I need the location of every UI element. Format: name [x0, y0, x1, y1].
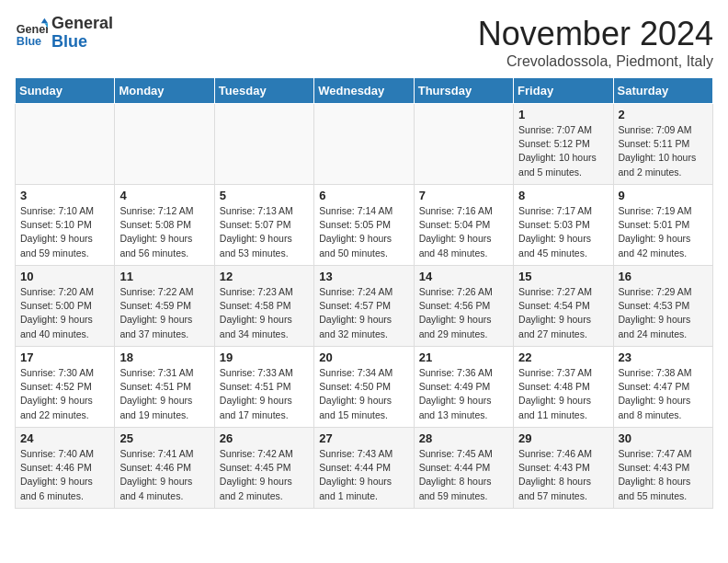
logo-text: General Blue: [51, 15, 113, 52]
day-number: 16: [619, 270, 708, 283]
calendar-cell: 20Sunrise: 7:34 AMSunset: 4:50 PMDayligh…: [314, 347, 414, 428]
day-info: Sunrise: 7:43 AMSunset: 4:44 PMDaylight:…: [319, 447, 408, 503]
calendar-cell: 2Sunrise: 7:09 AMSunset: 5:11 PMDaylight…: [613, 104, 712, 185]
day-number: 22: [518, 350, 608, 364]
logo-icon: General Blue: [15, 17, 48, 50]
calendar-cell: 14Sunrise: 7:26 AMSunset: 4:56 PMDayligh…: [414, 266, 513, 347]
logo: General Blue General Blue: [15, 15, 113, 52]
calendar-cell: 19Sunrise: 7:33 AMSunset: 4:51 PMDayligh…: [214, 347, 313, 428]
day-info: Sunrise: 7:40 AMSunset: 4:46 PMDaylight:…: [20, 447, 109, 503]
day-info: Sunrise: 7:23 AMSunset: 4:58 PMDaylight:…: [220, 285, 309, 341]
calendar-cell: 16Sunrise: 7:29 AMSunset: 4:53 PMDayligh…: [613, 266, 712, 347]
calendar-cell: 26Sunrise: 7:42 AMSunset: 4:45 PMDayligh…: [214, 428, 313, 509]
day-info: Sunrise: 7:30 AMSunset: 4:52 PMDaylight:…: [20, 366, 109, 422]
day-info: Sunrise: 7:45 AMSunset: 4:44 PMDaylight:…: [419, 447, 508, 503]
day-number: 13: [319, 270, 408, 283]
calendar-cell: [214, 104, 313, 185]
day-number: 6: [319, 189, 408, 202]
day-info: Sunrise: 7:42 AMSunset: 4:45 PMDaylight:…: [220, 447, 309, 503]
day-info: Sunrise: 7:33 AMSunset: 4:51 PMDaylight:…: [220, 366, 309, 422]
calendar-cell: [16, 104, 115, 185]
day-number: 10: [20, 270, 109, 283]
day-info: Sunrise: 7:31 AMSunset: 4:51 PMDaylight:…: [119, 366, 209, 422]
day-header-thursday: Thursday: [414, 78, 513, 104]
day-number: 20: [319, 350, 408, 364]
day-number: 25: [119, 431, 209, 445]
month-title: November 2024: [478, 15, 713, 53]
calendar-cell: 18Sunrise: 7:31 AMSunset: 4:51 PMDayligh…: [115, 347, 214, 428]
day-number: 12: [220, 270, 309, 283]
day-number: 18: [119, 350, 209, 364]
day-number: 17: [20, 350, 109, 364]
calendar-cell: 13Sunrise: 7:24 AMSunset: 4:57 PMDayligh…: [314, 266, 414, 347]
calendar-cell: 21Sunrise: 7:36 AMSunset: 4:49 PMDayligh…: [414, 347, 513, 428]
day-number: 27: [319, 431, 408, 445]
calendar-cell: 30Sunrise: 7:47 AMSunset: 4:43 PMDayligh…: [613, 428, 712, 509]
calendar-cell: 17Sunrise: 7:30 AMSunset: 4:52 PMDayligh…: [16, 347, 115, 428]
calendar-table: SundayMondayTuesdayWednesdayThursdayFrid…: [15, 77, 713, 509]
week-row-2: 3Sunrise: 7:10 AMSunset: 5:10 PMDaylight…: [16, 185, 713, 266]
days-header-row: SundayMondayTuesdayWednesdayThursdayFrid…: [16, 78, 713, 104]
calendar-cell: 25Sunrise: 7:41 AMSunset: 4:46 PMDayligh…: [115, 428, 214, 509]
calendar-cell: 23Sunrise: 7:38 AMSunset: 4:47 PMDayligh…: [613, 347, 712, 428]
day-info: Sunrise: 7:38 AMSunset: 4:47 PMDaylight:…: [619, 366, 708, 422]
calendar-cell: [314, 104, 414, 185]
day-number: 29: [518, 431, 608, 445]
day-number: 1: [518, 108, 608, 121]
calendar-cell: 9Sunrise: 7:19 AMSunset: 5:01 PMDaylight…: [613, 185, 712, 266]
calendar-cell: 15Sunrise: 7:27 AMSunset: 4:54 PMDayligh…: [514, 266, 613, 347]
week-row-3: 10Sunrise: 7:20 AMSunset: 5:00 PMDayligh…: [16, 266, 713, 347]
calendar-cell: 8Sunrise: 7:17 AMSunset: 5:03 PMDaylight…: [514, 185, 613, 266]
day-info: Sunrise: 7:41 AMSunset: 4:46 PMDaylight:…: [119, 447, 209, 503]
calendar-cell: [414, 104, 513, 185]
calendar-cell: 28Sunrise: 7:45 AMSunset: 4:44 PMDayligh…: [414, 428, 513, 509]
day-info: Sunrise: 7:47 AMSunset: 4:43 PMDaylight:…: [619, 447, 708, 503]
day-info: Sunrise: 7:24 AMSunset: 4:57 PMDaylight:…: [319, 285, 408, 341]
day-number: 4: [119, 189, 209, 202]
day-info: Sunrise: 7:36 AMSunset: 4:49 PMDaylight:…: [419, 366, 508, 422]
day-header-saturday: Saturday: [613, 78, 712, 104]
svg-marker-2: [41, 18, 48, 23]
day-info: Sunrise: 7:29 AMSunset: 4:53 PMDaylight:…: [619, 285, 708, 341]
day-info: Sunrise: 7:07 AMSunset: 5:12 PMDaylight:…: [518, 123, 608, 179]
day-header-tuesday: Tuesday: [214, 78, 313, 104]
calendar-cell: 10Sunrise: 7:20 AMSunset: 5:00 PMDayligh…: [16, 266, 115, 347]
day-number: 26: [220, 431, 309, 445]
calendar-cell: 22Sunrise: 7:37 AMSunset: 4:48 PMDayligh…: [514, 347, 613, 428]
day-number: 2: [619, 108, 708, 121]
day-info: Sunrise: 7:27 AMSunset: 4:54 PMDaylight:…: [518, 285, 608, 341]
day-number: 15: [518, 270, 608, 283]
calendar-cell: 7Sunrise: 7:16 AMSunset: 5:04 PMDaylight…: [414, 185, 513, 266]
day-header-monday: Monday: [115, 78, 214, 104]
day-number: 3: [20, 189, 109, 202]
week-row-4: 17Sunrise: 7:30 AMSunset: 4:52 PMDayligh…: [16, 347, 713, 428]
calendar-cell: 5Sunrise: 7:13 AMSunset: 5:07 PMDaylight…: [214, 185, 313, 266]
day-number: 21: [419, 350, 508, 364]
day-number: 9: [619, 189, 708, 202]
week-row-1: 1Sunrise: 7:07 AMSunset: 5:12 PMDaylight…: [16, 104, 713, 185]
calendar-cell: 4Sunrise: 7:12 AMSunset: 5:08 PMDaylight…: [115, 185, 214, 266]
day-info: Sunrise: 7:12 AMSunset: 5:08 PMDaylight:…: [119, 204, 209, 260]
day-number: 30: [619, 431, 708, 445]
day-number: 5: [220, 189, 309, 202]
title-area: November 2024 Crevoladossola, Piedmont, …: [478, 15, 713, 70]
day-number: 19: [220, 350, 309, 364]
calendar-cell: 27Sunrise: 7:43 AMSunset: 4:44 PMDayligh…: [314, 428, 414, 509]
calendar-cell: [115, 104, 214, 185]
day-number: 14: [419, 270, 508, 283]
day-info: Sunrise: 7:46 AMSunset: 4:43 PMDaylight:…: [518, 447, 608, 503]
day-info: Sunrise: 7:26 AMSunset: 4:56 PMDaylight:…: [419, 285, 508, 341]
day-header-wednesday: Wednesday: [314, 78, 414, 104]
day-info: Sunrise: 7:16 AMSunset: 5:04 PMDaylight:…: [419, 204, 508, 260]
day-info: Sunrise: 7:09 AMSunset: 5:11 PMDaylight:…: [619, 123, 708, 179]
calendar-cell: 12Sunrise: 7:23 AMSunset: 4:58 PMDayligh…: [214, 266, 313, 347]
day-number: 7: [419, 189, 508, 202]
page-header: General Blue General Blue November 2024 …: [15, 15, 713, 70]
day-info: Sunrise: 7:17 AMSunset: 5:03 PMDaylight:…: [518, 204, 608, 260]
calendar-cell: 6Sunrise: 7:14 AMSunset: 5:05 PMDaylight…: [314, 185, 414, 266]
day-info: Sunrise: 7:13 AMSunset: 5:07 PMDaylight:…: [220, 204, 309, 260]
day-header-friday: Friday: [514, 78, 613, 104]
location: Crevoladossola, Piedmont, Italy: [478, 53, 713, 70]
day-number: 8: [518, 189, 608, 202]
day-info: Sunrise: 7:19 AMSunset: 5:01 PMDaylight:…: [619, 204, 708, 260]
